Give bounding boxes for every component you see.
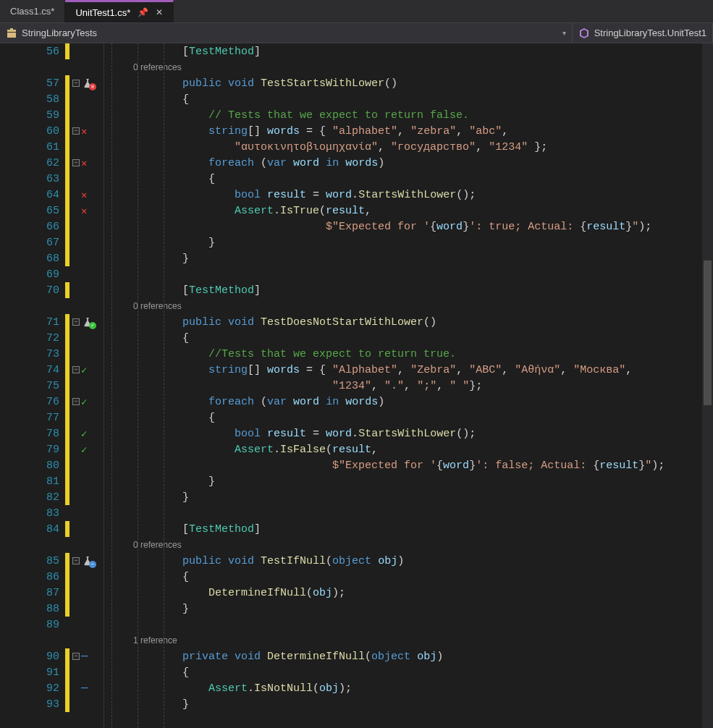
token-str: ': true; Actual:	[469, 221, 580, 233]
code-line[interactable]: }	[104, 696, 713, 712]
code-line[interactable]: {	[104, 91, 713, 107]
test-pass-icon[interactable]: ✓	[81, 396, 87, 408]
test-flask-icon[interactable]: −	[81, 555, 94, 567]
code-line[interactable]: Assert.IsTrue(result,	[104, 203, 713, 219]
test-pass-icon[interactable]: ✓	[81, 444, 87, 456]
token-plain	[287, 396, 293, 408]
token-ident: obj	[313, 587, 332, 599]
code-line[interactable]: // Tests that we expect to return false.	[104, 107, 713, 123]
code-line[interactable]: {	[104, 410, 713, 426]
line-number: 70	[0, 282, 59, 298]
fold-toggle[interactable]: −	[72, 557, 80, 564]
test-notrun-icon[interactable]: —	[81, 682, 88, 695]
code-line[interactable]: Assert.IsNotNull(obj);	[104, 680, 713, 696]
code-line[interactable]: }	[104, 489, 713, 505]
code-line[interactable]: Assert.IsFalse(result,	[104, 441, 713, 457]
fold-toggle[interactable]: −	[72, 80, 80, 87]
token-meth: DetermineIfNull	[208, 587, 306, 599]
code-line[interactable]: [TestMethod]	[104, 43, 713, 59]
test-notrun-icon[interactable]: —	[81, 650, 88, 663]
code-line[interactable]: {	[104, 664, 713, 680]
token-pun: [	[104, 284, 189, 297]
code-line[interactable]: bool result = word.StartsWithLower();	[104, 187, 713, 203]
token-meth: StartsWithLower	[358, 428, 456, 440]
code-line[interactable]: DetermineIfNull(obj);	[104, 585, 713, 601]
code-line[interactable]: foreach (var word in words)	[104, 155, 713, 171]
line-number: 80	[0, 457, 59, 473]
tab-unittest1[interactable]: UnitTest1.cs* 📌 ✕	[65, 0, 174, 22]
token-com: // Tests that we expect to return false.	[208, 109, 469, 122]
code-line[interactable]: public void TestDoesNotStartWithLower()	[104, 314, 713, 330]
code-area[interactable]: [TestMethod] 0 references public void Te…	[104, 43, 713, 728]
code-line[interactable]: foreach (var word in words)	[104, 394, 713, 410]
token-attr: TestMethod	[189, 523, 254, 536]
code-line[interactable]	[104, 266, 713, 282]
code-line[interactable]	[104, 617, 713, 632]
fold-toggle[interactable]: −	[72, 159, 80, 166]
code-line[interactable]: }	[104, 473, 713, 489]
tab-class1[interactable]: Class1.cs*	[0, 0, 65, 22]
marker-row: −−	[69, 553, 104, 569]
token-pun: }	[625, 221, 632, 233]
code-editor[interactable]: 5657585960616263646566676869707172737475…	[0, 43, 713, 728]
code-line[interactable]: string[] words = { "Alphabet", "Zebra", …	[104, 362, 713, 378]
code-line[interactable]: public void TestStartsWithLower()	[104, 75, 713, 91]
line-number: 60	[0, 123, 59, 139]
code-line[interactable]: private void DetermineIfNull(object obj)	[104, 648, 713, 664]
code-line[interactable]: }	[104, 234, 713, 250]
code-line[interactable]: bool result = word.StartsWithLower();	[104, 426, 713, 441]
close-icon[interactable]: ✕	[156, 7, 163, 17]
vertical-scrollbar[interactable]	[702, 43, 713, 728]
token-meth: TestStartsWithLower	[261, 77, 384, 90]
test-fail-icon[interactable]: ✕	[81, 125, 87, 137]
breadcrumb-project-label: StringLibraryTests	[22, 27, 97, 38]
test-fail-icon[interactable]: ✕	[81, 205, 87, 217]
code-line[interactable]: "αυτοκινητοβιομηχανία", "государство", "…	[104, 139, 713, 155]
code-line[interactable]: 0 references	[104, 298, 713, 314]
fold-toggle[interactable]: −	[72, 127, 80, 135]
code-line[interactable]: $"Expected for '{word}': true; Actual: {…	[104, 219, 713, 234]
line-number-gutter: 5657585960616263646566676869707172737475…	[0, 43, 65, 728]
breadcrumb-scope[interactable]: StringLibraryTest.UnitTest1	[573, 23, 713, 43]
code-line[interactable]: $"Expected for '{word}': false; Actual: …	[104, 457, 713, 473]
token-kw: foreach	[208, 157, 254, 169]
token-pun: };	[469, 380, 482, 392]
code-line[interactable]: public void TestIfNull(object obj)	[104, 553, 713, 569]
test-pass-icon[interactable]: ✓	[81, 428, 87, 440]
codelens[interactable]: 0 references	[104, 301, 182, 311]
codelens[interactable]: 1 reference	[104, 635, 177, 646]
scroll-thumb[interactable]	[704, 261, 712, 405]
method-icon	[578, 27, 590, 39]
token-pun: .	[352, 189, 358, 201]
fold-toggle[interactable]: −	[72, 318, 80, 326]
code-line[interactable]: {	[104, 330, 713, 346]
fold-toggle[interactable]: −	[72, 366, 80, 373]
code-line[interactable]	[104, 505, 713, 521]
code-line[interactable]: }	[104, 601, 713, 617]
code-line[interactable]: [TestMethod]	[104, 521, 713, 537]
code-line[interactable]: //Tests that we expect to return true.	[104, 346, 713, 362]
marker-row: ✕	[69, 187, 104, 203]
code-line[interactable]: }	[104, 250, 713, 266]
test-flask-icon[interactable]: ✕	[81, 77, 94, 89]
codelens[interactable]: 0 references	[104, 62, 182, 72]
code-line[interactable]: "1234", ".", ";", " "};	[104, 378, 713, 394]
token-attr: TestMethod	[189, 284, 254, 297]
code-line[interactable]: 0 references	[104, 537, 713, 553]
code-line[interactable]: {	[104, 569, 713, 585]
fold-toggle[interactable]: −	[72, 653, 80, 660]
breadcrumb-project[interactable]: StringLibraryTests ▾	[0, 23, 573, 43]
fold-toggle[interactable]: −	[72, 398, 80, 405]
code-line[interactable]: string[] words = { "alphabet", "zebra", …	[104, 123, 713, 139]
test-flask-icon[interactable]: ✓	[81, 316, 94, 328]
codelens[interactable]: 0 references	[104, 540, 182, 550]
code-line[interactable]: {	[104, 171, 713, 187]
test-pass-icon[interactable]: ✓	[81, 364, 87, 376]
test-fail-icon[interactable]: ✕	[81, 189, 87, 201]
token-pun: (	[313, 682, 319, 695]
code-line[interactable]: 1 reference	[104, 632, 713, 648]
code-line[interactable]: 0 references	[104, 59, 713, 75]
pin-icon[interactable]: 📌	[138, 7, 148, 17]
test-fail-icon[interactable]: ✕	[81, 157, 87, 169]
code-line[interactable]: [TestMethod]	[104, 282, 713, 298]
